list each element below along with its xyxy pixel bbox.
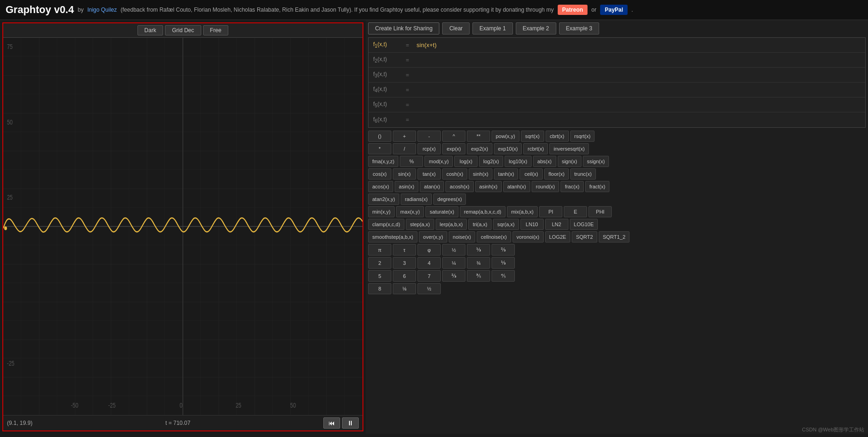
example2-button[interactable]: Example 2 — [516, 22, 556, 35]
calc-btn-7-2[interactable]: lerp(a,b,x) — [436, 219, 467, 230]
calc-btn-0-8[interactable]: rsqrt(x) — [570, 131, 595, 142]
calc-btn-5-2[interactable]: degrees(x) — [433, 194, 466, 205]
calc-btn-3-2[interactable]: tan(x) — [417, 168, 441, 180]
calc-btn-4-5[interactable]: atanh(x) — [503, 181, 530, 192]
calc-btn-2-4[interactable]: log2(x) — [479, 156, 503, 167]
calc-btn-4-0[interactable]: acos(x) — [368, 181, 393, 192]
calc-btn-11-4[interactable]: ⅗ — [467, 270, 490, 282]
calc-btn-7-7[interactable]: LOG10E — [570, 219, 598, 230]
func-input-f5[interactable] — [413, 97, 865, 112]
calc-btn-10-5[interactable]: ⅓ — [492, 257, 515, 269]
calc-btn-4-8[interactable]: fract(x) — [585, 181, 609, 192]
calc-btn-0-6[interactable]: sqrt(x) — [521, 131, 544, 142]
calc-btn-3-4[interactable]: sinh(x) — [469, 168, 492, 180]
calc-btn-8-7[interactable]: SQRT1_2 — [599, 231, 630, 243]
calc-btn-6-1[interactable]: max(x,y) — [396, 206, 424, 217]
calc-btn-5-1[interactable]: radians(x) — [401, 194, 432, 205]
calc-btn-7-0[interactable]: clamp(x,c,d) — [368, 219, 404, 230]
calc-btn-2-0[interactable]: fma(x,y,z) — [368, 156, 398, 167]
calc-btn-0-5[interactable]: pow(x,y) — [492, 131, 519, 142]
calc-btn-12-3[interactable]: ⅛ — [393, 283, 416, 294]
calc-btn-0-0[interactable]: () — [368, 131, 391, 142]
grid-dec-button[interactable]: Grid Dec — [165, 25, 201, 35]
calc-btn-11-5[interactable]: ⅘ — [492, 270, 515, 282]
calc-btn-9-0[interactable]: π — [368, 244, 391, 256]
calc-btn-6-6[interactable]: E — [564, 206, 587, 217]
calc-btn-2-8[interactable]: ssign(x) — [583, 156, 609, 167]
graph-canvas[interactable]: 75 50 25 -25 -50 -50 -25 0 25 50 — [3, 38, 362, 415]
calc-btn-4-6[interactable]: round(x) — [532, 181, 559, 192]
calc-btn-9-3[interactable]: ½ — [442, 244, 465, 256]
calc-btn-8-4[interactable]: voronoi(x) — [513, 231, 544, 243]
calc-btn-9-5[interactable]: ⅔ — [492, 244, 515, 256]
dark-button[interactable]: Dark — [137, 25, 163, 35]
patreon-button[interactable]: Patreon — [558, 5, 588, 15]
calc-btn-1-2[interactable]: rcp(x) — [417, 143, 441, 154]
calc-btn-2-3[interactable]: log(x) — [454, 156, 478, 167]
paypal-button[interactable]: PayPal — [600, 5, 628, 15]
pause-button[interactable]: ⏸ — [342, 417, 359, 429]
calc-btn-9-2[interactable]: φ — [417, 244, 441, 256]
calc-btn-3-3[interactable]: cosh(x) — [442, 168, 467, 180]
calc-btn-9-4[interactable]: ⅓ — [467, 244, 490, 256]
calc-btn-4-3[interactable]: acosh(x) — [445, 181, 473, 192]
rewind-button[interactable]: ⏮ — [323, 417, 340, 429]
calc-btn-1-5[interactable]: exp10(x) — [494, 143, 522, 154]
calc-btn-11-2[interactable]: 7 — [417, 270, 441, 282]
calc-btn-3-8[interactable]: trunc(x) — [570, 168, 596, 180]
calc-btn-8-0[interactable]: smoothstep(a,b,x) — [368, 231, 417, 243]
calc-btn-1-6[interactable]: rcbrt(x) — [523, 143, 548, 154]
calc-btn-1-4[interactable]: exp2(x) — [467, 143, 492, 154]
example1-button[interactable]: Example 1 — [472, 22, 513, 35]
calc-btn-6-0[interactable]: min(x,y) — [368, 206, 395, 217]
calc-btn-8-5[interactable]: LOG2E — [545, 231, 571, 243]
calc-btn-11-3[interactable]: ⅔ — [442, 270, 465, 282]
calc-btn-2-1[interactable]: % — [400, 156, 423, 167]
calc-btn-2-6[interactable]: abs(x) — [533, 156, 556, 167]
calc-btn-12-0[interactable]: 8 — [368, 283, 391, 294]
calc-btn-0-2[interactable]: - — [417, 131, 441, 142]
func-input-f4[interactable] — [413, 83, 865, 97]
calc-btn-0-1[interactable]: + — [393, 131, 416, 142]
calc-btn-4-1[interactable]: asin(x) — [395, 181, 418, 192]
free-button[interactable]: Free — [203, 25, 229, 35]
calc-btn-9-1[interactable]: τ — [393, 244, 416, 256]
calc-btn-6-4[interactable]: mix(a,b,x) — [507, 206, 538, 217]
calc-btn-7-6[interactable]: LN2 — [545, 219, 568, 230]
calc-btn-6-5[interactable]: PI — [539, 206, 562, 217]
calc-btn-7-3[interactable]: tri(a,x) — [468, 219, 492, 230]
func-input-f6[interactable] — [413, 112, 865, 127]
calc-btn-3-6[interactable]: ceil(x) — [519, 168, 543, 180]
create-link-button[interactable]: Create Link for Sharing — [368, 22, 439, 35]
calc-btn-10-2[interactable]: 4 — [417, 257, 441, 269]
calc-btn-11-0[interactable]: 5 — [368, 270, 391, 282]
calc-btn-11-1[interactable]: 6 — [393, 270, 416, 282]
calc-btn-6-2[interactable]: saturate(x) — [425, 206, 458, 217]
calc-btn-3-1[interactable]: sin(x) — [393, 168, 416, 180]
calc-btn-3-5[interactable]: tanh(x) — [494, 168, 518, 180]
clear-button[interactable]: Clear — [442, 22, 470, 35]
calc-btn-10-4[interactable]: ¾ — [467, 257, 490, 269]
calc-btn-4-4[interactable]: asinh(x) — [475, 181, 502, 192]
calc-btn-3-7[interactable]: floor(x) — [544, 168, 568, 180]
calc-btn-6-3[interactable]: remap(a,b,x,c,d) — [460, 206, 506, 217]
calc-btn-1-1[interactable]: / — [393, 143, 416, 154]
calc-btn-0-4[interactable]: ** — [467, 131, 490, 142]
calc-btn-7-5[interactable]: LN10 — [520, 219, 544, 230]
calc-btn-12-5[interactable]: ½ — [417, 283, 441, 294]
calc-btn-1-3[interactable]: exp(x) — [442, 143, 465, 154]
func-input-f1[interactable] — [413, 38, 865, 52]
calc-btn-10-0[interactable]: 2 — [368, 257, 391, 269]
func-input-f3[interactable] — [413, 68, 865, 82]
calc-btn-2-5[interactable]: log10(x) — [505, 156, 532, 167]
calc-btn-8-3[interactable]: cellnoise(x) — [477, 231, 511, 243]
example3-button[interactable]: Example 3 — [559, 22, 600, 35]
calc-btn-6-7[interactable]: PHI — [588, 206, 612, 217]
calc-btn-2-2[interactable]: mod(x,y) — [424, 156, 453, 167]
calc-btn-0-7[interactable]: cbrt(x) — [546, 131, 569, 142]
calc-btn-2-7[interactable]: sign(x) — [558, 156, 581, 167]
author-link[interactable]: Inigo Quilez — [87, 7, 116, 13]
calc-btn-0-3[interactable]: ^ — [442, 131, 465, 142]
calc-btn-1-7[interactable]: inversesqrt(x) — [549, 143, 589, 154]
calc-btn-8-1[interactable]: over(x,y) — [419, 231, 447, 243]
